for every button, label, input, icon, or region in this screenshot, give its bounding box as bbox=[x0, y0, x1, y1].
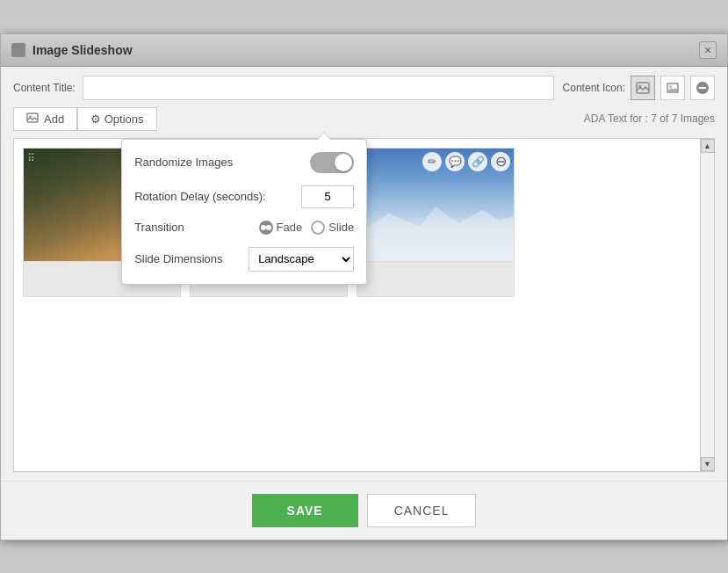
ada-text: ADA Text for : 7 of 7 Images bbox=[584, 112, 715, 125]
transition-fade[interactable]: Fade bbox=[259, 221, 303, 235]
randomize-row: Randomize Images bbox=[134, 152, 354, 173]
image-thumbnail-3: ⠿ ✏ 💬 🔗 ⊖ bbox=[357, 149, 514, 261]
content-icon-label: Content Icon: bbox=[563, 82, 625, 94]
slide-dimensions-label: Slide Dimensions bbox=[134, 252, 222, 265]
cancel-button[interactable]: CANCEL bbox=[367, 494, 477, 527]
link-btn-3[interactable]: 🔗 bbox=[468, 152, 487, 171]
svg-point-4 bbox=[669, 85, 671, 87]
add-button[interactable]: Add bbox=[13, 107, 77, 131]
close-button[interactable]: × bbox=[699, 41, 717, 59]
image-caption-3 bbox=[357, 261, 514, 296]
slide-dimensions-select[interactable]: Landscape Portrait Square bbox=[249, 247, 354, 272]
scroll-down[interactable]: ▼ bbox=[701, 457, 715, 471]
slide-dimensions-row: Slide Dimensions Landscape Portrait Squa… bbox=[134, 247, 354, 272]
rotation-delay-label: Rotation Delay (seconds): bbox=[134, 190, 266, 203]
scrollbar: ▲ ▼ bbox=[700, 139, 714, 471]
slide-radio[interactable] bbox=[311, 221, 325, 235]
drag-handle-1[interactable]: ⠿ bbox=[27, 152, 35, 164]
icon-box-minus[interactable] bbox=[690, 76, 715, 100]
fade-label: Fade bbox=[277, 221, 303, 234]
slide-label: Slide bbox=[328, 221, 354, 234]
save-button[interactable]: SAVE bbox=[252, 494, 358, 527]
toggle-knob bbox=[335, 154, 352, 171]
rotation-delay-input[interactable] bbox=[301, 185, 354, 208]
options-container: ⚙ Options Randomize Images Rotation Dela… bbox=[77, 107, 156, 131]
randomize-label: Randomize Images bbox=[134, 156, 233, 169]
scroll-thumb[interactable] bbox=[702, 155, 714, 455]
content-title-input[interactable] bbox=[83, 76, 554, 100]
options-button[interactable]: ⚙ Options bbox=[77, 107, 156, 131]
content-icon-group: Content Icon: bbox=[563, 76, 715, 100]
edit-btn-3[interactable]: ✏ bbox=[422, 152, 442, 171]
icon-box-image1[interactable] bbox=[631, 76, 655, 100]
mountain-snow bbox=[357, 193, 514, 261]
toolbar-row: Add ⚙ Options Randomize Images bbox=[13, 107, 715, 131]
transition-slide[interactable]: Slide bbox=[311, 221, 354, 235]
fade-radio[interactable] bbox=[259, 221, 273, 235]
image-toolbar-3: ✏ 💬 🔗 ⊖ bbox=[422, 152, 510, 171]
content-title-group: Content Title: bbox=[13, 76, 554, 100]
footer: SAVE CANCEL bbox=[1, 481, 727, 540]
icon-box-image2[interactable] bbox=[660, 76, 685, 100]
add-label: Add bbox=[44, 112, 64, 126]
title-bar-left: Image Slideshow bbox=[11, 43, 133, 57]
rotation-delay-row: Rotation Delay (seconds): bbox=[134, 185, 354, 208]
content-title-label: Content Title: bbox=[13, 82, 76, 94]
options-label: ⚙ Options bbox=[90, 112, 143, 126]
dialog-title: Image Slideshow bbox=[32, 43, 133, 57]
image-icon-1 bbox=[636, 82, 650, 94]
dialog-body: Content Title: Content Icon: bbox=[1, 67, 727, 481]
svg-rect-7 bbox=[27, 113, 38, 122]
transition-radio-group: Fade Slide bbox=[259, 221, 355, 235]
minus-icon bbox=[696, 81, 710, 95]
svg-rect-6 bbox=[699, 87, 706, 89]
image-slideshow-dialog: Image Slideshow × Content Title: Content… bbox=[0, 33, 728, 540]
remove-btn-3[interactable]: ⊖ bbox=[491, 152, 510, 171]
image-card-3: ⠿ ✏ 💬 🔗 ⊖ bbox=[357, 148, 515, 297]
randomize-toggle[interactable] bbox=[310, 152, 354, 173]
transition-label: Transition bbox=[134, 221, 184, 234]
header-row: Content Title: Content Icon: bbox=[13, 76, 715, 100]
title-bar: Image Slideshow × bbox=[1, 34, 727, 67]
scroll-up[interactable]: ▲ bbox=[701, 139, 715, 153]
image-icon-2 bbox=[666, 82, 680, 94]
transition-row: Transition Fade Slide bbox=[134, 221, 354, 235]
comment-btn-3[interactable]: 💬 bbox=[445, 152, 465, 171]
dialog-icon bbox=[11, 43, 25, 57]
image-add-icon bbox=[26, 112, 39, 125]
options-popup: Randomize Images Rotation Delay (seconds… bbox=[121, 139, 367, 285]
